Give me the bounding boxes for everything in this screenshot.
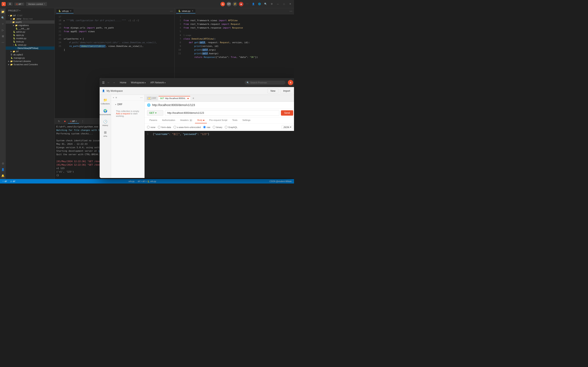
project-header[interactable]: PROJECT ▾ (6, 8, 54, 13)
close-icon[interactable]: ✕ (75, 120, 77, 122)
explorer-icon[interactable]: 📁 (1, 9, 5, 14)
search-icon-btn[interactable]: 🔍 (263, 2, 268, 6)
filter-icon[interactable]: ≡ (116, 96, 117, 99)
debug-icon[interactable]: ▷ (1, 28, 5, 32)
pm-tab-body[interactable]: Body (195, 118, 207, 123)
more-icon[interactable]: ⋯ (290, 9, 292, 13)
pm-user-avatar[interactable]: A (288, 80, 293, 85)
tab-views[interactable]: 🐍 views.py ✕ (176, 9, 195, 13)
collab-icon-btn[interactable]: 👤 (251, 2, 256, 6)
pm-method-selector[interactable]: GET ▾ (147, 110, 163, 116)
pm-tab-pre-request[interactable]: Pre-request Script (207, 118, 230, 123)
rerun-icon[interactable]: ↻ (56, 119, 62, 124)
settings-icon-btn[interactable]: ⚙ (269, 2, 274, 6)
pm-send-button[interactable]: Send (281, 110, 293, 116)
pm-tab-settings[interactable]: Settings (240, 118, 253, 123)
pm-apis-item[interactable]: ⊞ APIs (100, 129, 111, 139)
pm-menu-icon[interactable]: ☰ (102, 81, 105, 84)
stop-icon-btn[interactable]: ■ (239, 2, 243, 6)
hamburger-menu[interactable]: ☰ (7, 2, 13, 6)
tree-item-external-libs[interactable]: ▶ 📁 External Libraries (6, 59, 54, 63)
pm-tab-params[interactable]: Params (147, 118, 160, 123)
pm-new-button[interactable]: New (268, 89, 278, 93)
pm-drf-tab[interactable]: 📁 DRF (146, 96, 158, 100)
more-icon[interactable]: ⋮ (80, 119, 86, 124)
pm-radio-none[interactable]: none (147, 126, 155, 128)
minimize-btn[interactable]: ─ (276, 2, 280, 6)
version-control-tab[interactable]: Version control ▾ (26, 2, 47, 6)
project-selector[interactable]: dj drf ▾ (14, 2, 24, 6)
radio-graphql-input[interactable] (225, 126, 227, 128)
pm-json-format-selector[interactable]: JSON ▾ (282, 125, 293, 129)
add-icon[interactable]: + (113, 96, 114, 99)
pm-workspaces-link[interactable]: Workspaces (129, 80, 148, 85)
stop-icon[interactable]: ■ (62, 119, 67, 124)
more-icon[interactable]: ⋯ (170, 9, 173, 13)
pm-home-link[interactable]: Home (118, 80, 129, 85)
tree-item-drf-inner[interactable]: ▶ 📁 drf (6, 50, 54, 53)
search-icon[interactable]: 🔍 (1, 16, 5, 20)
pm-forward-btn[interactable]: → (112, 81, 115, 84)
tree-item-migrations[interactable]: ▶ 📁 migrations (6, 24, 54, 27)
tree-item-scratches[interactable]: ▶ 📁 Scratches and Consoles (6, 63, 54, 66)
pm-url-input[interactable] (165, 110, 279, 116)
pm-search-bar[interactable]: 🔍 (245, 81, 285, 85)
pm-import-button[interactable]: Import (280, 89, 293, 93)
pm-history-item[interactable]: 🕒 History (100, 118, 111, 128)
tab-urls[interactable]: 🐍 urls.py ✕ (56, 9, 73, 13)
maximize-btn[interactable]: □ (282, 2, 286, 6)
radio-raw-input[interactable] (203, 126, 206, 128)
more-tools-icon[interactable]: ⋯ (1, 40, 5, 44)
pm-radio-raw[interactable]: raw (203, 126, 210, 128)
pm-code-area[interactable]: 1 {"username": "张三", "passwoed": "123"} (145, 131, 294, 178)
close-btn[interactable]: ✕ (288, 2, 292, 6)
tree-item-venv[interactable]: ▶ 📁 .venv library root (6, 17, 54, 20)
profile-icon-btn[interactable]: dj (221, 2, 225, 6)
tree-item-tests[interactable]: 🐍 tests.py (6, 40, 54, 43)
pm-new-tab-btn[interactable]: + (191, 96, 195, 100)
radio-urlencoded-input[interactable] (173, 126, 176, 128)
tree-item-admin[interactable]: 🐍 admin.py (6, 30, 54, 33)
tree-item-demoview[interactable]: ○ DemoView(APIView) (6, 47, 54, 50)
pm-tab-tests[interactable]: Tests (230, 118, 240, 123)
tree-item-models[interactable]: 🐍 models.py (6, 37, 54, 40)
close-icon[interactable]: ✕ (70, 10, 71, 12)
more-icon-btn[interactable]: ⋯ (245, 2, 250, 6)
pm-environments-item[interactable]: 🌍 Environments (100, 107, 111, 117)
pm-api-network-link[interactable]: API Network (148, 80, 167, 85)
tree-item-manage[interactable]: 🐍 manage.py (6, 56, 54, 59)
gh-icon-btn[interactable]: GH (227, 2, 231, 6)
pm-collection-header-drf[interactable]: ▾ DRF (113, 101, 143, 108)
bell-icon[interactable]: 🔔 (1, 173, 5, 178)
pm-tab-authorization[interactable]: Authorization (160, 118, 178, 123)
tree-item-app01[interactable]: ▾ 📁 app01 (6, 20, 54, 24)
pm-radio-binary[interactable]: binary (213, 126, 222, 128)
pm-radio-graphql[interactable]: GraphQL (225, 126, 237, 128)
profile-icon[interactable]: 👤 (1, 167, 5, 172)
tree-item-sqlite[interactable]: 🗄 db.sqlite3 (6, 53, 54, 56)
pm-tab-headers[interactable]: Headers8 (178, 118, 195, 123)
tree-item-views[interactable]: ▾ 🐍 views.py (6, 43, 54, 47)
radio-form-data-input[interactable] (158, 126, 160, 128)
pm-radio-urlencoded[interactable]: x-www-form-urlencoded (173, 126, 201, 128)
tree-item-apps[interactable]: 🐍 apps.py (6, 33, 54, 37)
radio-none-input[interactable] (147, 126, 150, 128)
tree-item-init[interactable]: 🐍 __init__.py (6, 27, 54, 30)
pm-get-tab[interactable]: GET http://localhost:8000/d... (158, 96, 190, 100)
pm-collections-item[interactable]: 📁 Collections (100, 96, 111, 106)
translate-icon-btn[interactable]: 🌐 (257, 2, 262, 6)
tree-item-drf-root[interactable]: ▾ 📁 drf E:\drf (6, 14, 54, 17)
remote-icon[interactable]: ⊙ (1, 161, 5, 166)
pm-add-request-link[interactable]: Add a request (116, 112, 130, 115)
git-icon[interactable]: ⑂ (1, 22, 5, 26)
pm-code-body[interactable]: {"username": "张三", "passwoed": "123"} (153, 133, 293, 176)
close-icon[interactable]: ✕ (192, 10, 193, 12)
pm-radio-form-data[interactable]: form-data (158, 126, 171, 128)
more-icon[interactable]: ⋯ (140, 96, 143, 99)
run-tab[interactable]: dj drf ✕ (68, 119, 79, 124)
extensions-icon-btn[interactable]: ⚡ (233, 2, 237, 6)
pm-back-btn[interactable]: ← (107, 81, 110, 84)
pm-search-input[interactable] (250, 81, 283, 84)
extensions-icon[interactable]: ⊞ (1, 34, 5, 38)
radio-binary-input[interactable] (213, 126, 215, 128)
